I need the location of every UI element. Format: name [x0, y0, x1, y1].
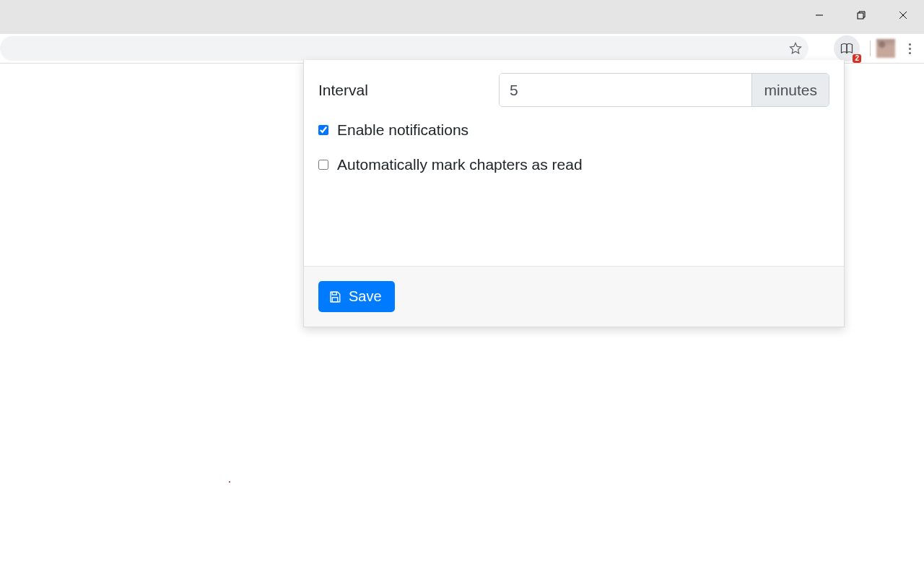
stray-pixel: [229, 481, 230, 483]
interval-row: Interval minutes: [318, 73, 829, 107]
close-icon: [899, 11, 907, 20]
auto-mark-label[interactable]: Automatically mark chapters as read: [337, 156, 583, 173]
star-icon: [789, 42, 802, 55]
save-button[interactable]: Save: [318, 281, 395, 312]
enable-notifications-row: Enable notifications: [318, 121, 829, 139]
maximize-icon: [857, 11, 866, 20]
popup-body: Interval minutes Enable notifications Au…: [304, 60, 844, 266]
toolbar-right-group: 2: [834, 34, 921, 63]
interval-input[interactable]: [500, 74, 751, 106]
kebab-dot-icon: [909, 52, 911, 54]
browser-menu-button[interactable]: [902, 38, 917, 59]
page-content: Interval minutes Enable notifications Au…: [0, 64, 924, 578]
popup-footer: Save: [304, 266, 844, 327]
window-minimize-button[interactable]: [798, 0, 840, 30]
profile-avatar-button[interactable]: [876, 39, 895, 58]
save-button-label: Save: [349, 288, 382, 305]
toolbar-separator: [870, 40, 871, 56]
extension-button[interactable]: 2: [834, 35, 860, 61]
extension-popup: Interval minutes Enable notifications Au…: [303, 60, 845, 327]
kebab-dot-icon: [909, 48, 911, 50]
enable-notifications-checkbox[interactable]: [318, 125, 328, 135]
extension-badge: 2: [853, 54, 861, 63]
save-icon: [328, 290, 341, 303]
minimize-icon: [815, 11, 824, 20]
window-maximize-button[interactable]: [840, 0, 882, 30]
browser-toolbar: 2: [0, 34, 924, 64]
window-controls: [798, 0, 924, 30]
svg-rect-5: [332, 292, 336, 295]
address-bar[interactable]: [0, 36, 808, 61]
interval-input-group: minutes: [499, 73, 829, 107]
svg-rect-1: [858, 13, 863, 19]
window-titlebar: [0, 0, 924, 30]
auto-mark-row: Automatically mark chapters as read: [318, 156, 829, 173]
auto-mark-checkbox[interactable]: [318, 160, 328, 170]
interval-label: Interval: [318, 82, 499, 99]
svg-rect-6: [332, 297, 338, 301]
bookmark-star-button[interactable]: [788, 41, 803, 56]
enable-notifications-label[interactable]: Enable notifications: [337, 121, 468, 139]
svg-marker-4: [790, 43, 801, 53]
book-open-icon: [840, 43, 853, 54]
kebab-dot-icon: [909, 43, 911, 46]
interval-unit-label: minutes: [751, 74, 829, 106]
window-close-button[interactable]: [882, 0, 924, 30]
